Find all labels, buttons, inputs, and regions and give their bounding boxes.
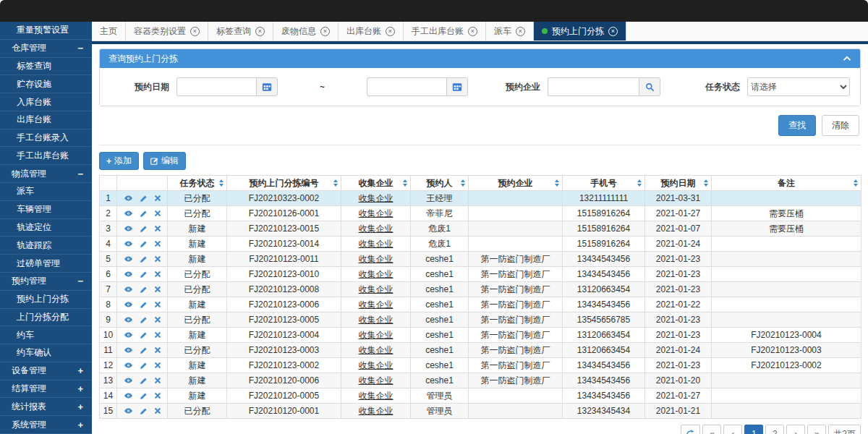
tab-0[interactable]: 主页 — [92, 22, 126, 41]
prev-page-button[interactable]: ‹ — [723, 425, 742, 434]
sidebar-item-16[interactable]: 上门分拣分配 — [0, 309, 92, 327]
sidebar-item-6[interactable]: 手工台账录入 — [0, 129, 92, 148]
delete-icon[interactable] — [154, 407, 161, 414]
view-icon[interactable] — [124, 346, 133, 354]
edit-icon[interactable] — [140, 210, 148, 218]
view-icon[interactable] — [124, 331, 133, 339]
edit-icon[interactable] — [140, 286, 148, 294]
collector-cell[interactable]: 收集企业 — [341, 221, 411, 237]
view-icon[interactable] — [124, 315, 133, 324]
collector-cell[interactable]: 收集企业 — [341, 358, 411, 373]
collector-cell[interactable]: 收集企业 — [341, 267, 411, 282]
column-header-2[interactable]: 任务状态 — [168, 176, 227, 191]
edit-icon[interactable] — [140, 225, 148, 233]
sort-icon[interactable] — [461, 179, 465, 187]
sidebar-item-14[interactable]: 预约管理− — [0, 273, 92, 291]
sidebar-item-18[interactable]: 约车确认 — [0, 344, 92, 362]
collector-cell[interactable]: 收集企业 — [341, 282, 411, 297]
view-icon[interactable] — [124, 239, 133, 248]
tab-6[interactable]: 派车 — [486, 22, 534, 41]
table-row[interactable]: 1 已分配FJ20210323-0002收集企业王经理1321111111120… — [100, 191, 861, 206]
status-select[interactable]: 请选择 — [747, 77, 850, 96]
sort-icon[interactable] — [219, 179, 224, 187]
sidebar-item-4[interactable]: 入库台账 — [0, 93, 92, 111]
close-icon[interactable] — [190, 27, 200, 36]
collector-cell[interactable]: 收集企业 — [341, 388, 411, 404]
page-button-2[interactable]: 2 — [765, 425, 784, 434]
table-row[interactable]: 12 新建FJ20210123-0002收集企业ceshe1第一防盗门制造厂13… — [100, 358, 861, 373]
close-icon[interactable] — [386, 27, 395, 36]
edit-icon[interactable] — [140, 346, 148, 354]
delete-icon[interactable] — [154, 271, 161, 278]
tab-5[interactable]: 手工出库台账 — [404, 22, 486, 41]
view-icon[interactable] — [124, 224, 133, 233]
close-icon[interactable] — [516, 27, 525, 36]
view-icon[interactable] — [124, 194, 133, 203]
sidebar-item-10[interactable]: 车辆管理 — [0, 201, 92, 219]
tab-4[interactable]: 出库台账 — [339, 22, 404, 41]
sort-icon[interactable] — [704, 179, 708, 187]
close-icon[interactable] — [255, 27, 265, 36]
table-row[interactable]: 14 新建FJ20210120-0005收集企业管理员1343454345620… — [100, 388, 861, 404]
sort-icon[interactable] — [403, 179, 407, 187]
table-row[interactable]: 7 已分配FJ20210123-0008收集企业ceshe1第一防盗门制造厂13… — [100, 282, 861, 297]
refresh-button[interactable] — [681, 425, 700, 434]
sort-icon[interactable] — [637, 179, 642, 187]
edit-icon[interactable] — [140, 392, 148, 400]
tab-1[interactable]: 容器类别设置 — [126, 22, 208, 41]
first-page-button[interactable]: « — [702, 425, 721, 434]
table-row[interactable]: 2 已分配FJ20210126-0001收集企业帝菲尼1515891626420… — [100, 206, 861, 221]
sidebar-item-9[interactable]: 派车 — [0, 183, 92, 201]
search-button[interactable]: 查找 — [778, 115, 816, 136]
edit-icon[interactable] — [140, 377, 148, 385]
sidebar-item-5[interactable]: 出库台账 — [0, 111, 92, 129]
column-header-9[interactable]: 备注 — [712, 176, 861, 191]
edit-icon[interactable] — [140, 240, 148, 248]
delete-icon[interactable] — [154, 210, 161, 217]
delete-icon[interactable] — [154, 362, 161, 369]
view-icon[interactable] — [124, 285, 133, 294]
table-row[interactable]: 5 新建FJ20210123-0011收集企业ceshe1第一防盗门制造厂134… — [100, 252, 861, 267]
edit-icon[interactable] — [140, 301, 148, 309]
sidebar-item-1[interactable]: 仓库管理− — [0, 40, 92, 58]
next-page-button[interactable]: › — [786, 425, 805, 434]
delete-icon[interactable] — [154, 331, 161, 339]
close-icon[interactable] — [608, 27, 618, 36]
delete-icon[interactable] — [154, 225, 161, 232]
view-icon[interactable] — [124, 391, 133, 400]
view-icon[interactable] — [124, 407, 133, 415]
expand-icon[interactable]: + — [77, 420, 83, 430]
tab-2[interactable]: 标签查询 — [208, 22, 273, 41]
collapse-panel-icon[interactable] — [843, 54, 851, 63]
add-button[interactable]: 添加 — [99, 152, 139, 170]
sidebar-item-2[interactable]: 标签查询 — [0, 58, 92, 76]
collector-cell[interactable]: 收集企业 — [341, 252, 411, 267]
edit-icon[interactable] — [140, 331, 148, 339]
sort-icon[interactable] — [555, 179, 559, 187]
collector-cell[interactable]: 收集企业 — [341, 237, 411, 252]
delete-icon[interactable] — [154, 316, 161, 323]
table-row[interactable]: 9 已分配FJ20210123-0005收集企业ceshe1第一防盗门制造厂13… — [100, 312, 861, 328]
sidebar-item-12[interactable]: 轨迹跟踪 — [0, 237, 92, 255]
sidebar-item-13[interactable]: 过磅单管理 — [0, 255, 92, 273]
column-header-4[interactable]: 收集企业 — [341, 176, 411, 191]
table-row[interactable]: 11 已分配FJ20210123-0003收集企业ceshe1第一防盗门制造厂1… — [100, 343, 861, 358]
sidebar-item-19[interactable]: 设备管理+ — [0, 362, 92, 380]
tab-3[interactable]: 废物信息 — [273, 22, 339, 41]
edit-button[interactable]: 编辑 — [143, 152, 186, 170]
sort-icon[interactable] — [333, 179, 338, 187]
table-row[interactable]: 3 新建FJ20210123-0015收集企业危废115158916264202… — [100, 221, 861, 237]
sidebar-item-0[interactable]: 重量预警设置 — [0, 22, 92, 40]
table-row[interactable]: 15 已分配FJ20210120-0001收集企业管理员132343454342… — [100, 404, 861, 419]
collapse-icon[interactable]: − — [77, 43, 83, 54]
company-search-input[interactable] — [548, 77, 639, 96]
sidebar-item-11[interactable]: 轨迹定位 — [0, 219, 92, 237]
delete-icon[interactable] — [154, 377, 161, 384]
view-icon[interactable] — [124, 300, 133, 309]
collector-cell[interactable]: 收集企业 — [341, 373, 411, 388]
date-to-input[interactable] — [367, 77, 446, 96]
delete-icon[interactable] — [154, 392, 161, 399]
sidebar-item-17[interactable]: 约车 — [0, 326, 92, 344]
delete-icon[interactable] — [154, 301, 161, 308]
collector-cell[interactable]: 收集企业 — [341, 404, 411, 419]
